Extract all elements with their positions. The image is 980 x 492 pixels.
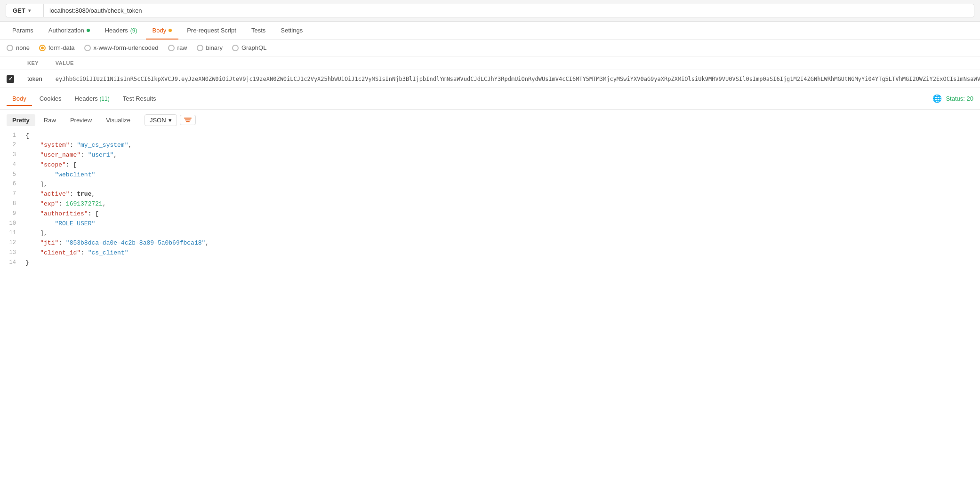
line-num-2: 2 — [0, 141, 24, 150]
tab-headers-label: Headers — [105, 27, 128, 34]
line-num-9: 9 — [0, 209, 24, 218]
col-checkbox — [0, 56, 21, 70]
resp-tab-body-label: Body — [12, 95, 26, 102]
line-content-1: { — [24, 131, 980, 141]
json-format-selector[interactable]: JSON ▾ — [145, 114, 177, 126]
resp-tab-headers-label: Headers — [75, 95, 98, 102]
code-line-11: 11 ], — [0, 229, 980, 238]
globe-icon: 🌐 — [932, 94, 942, 103]
radio-binary[interactable]: binary — [197, 44, 223, 51]
format-preview-label: Preview — [70, 117, 92, 124]
format-visualize-label: Visualize — [106, 117, 130, 124]
filter-line-2 — [185, 119, 191, 120]
tab-body-label: Body — [153, 27, 167, 34]
method-selector[interactable]: GET ▾ — [6, 4, 43, 17]
radio-binary-circle — [197, 45, 203, 51]
tab-pre-request-label: Pre-request Script — [187, 27, 236, 34]
format-tab-pretty[interactable]: Pretty — [7, 114, 35, 126]
code-line-7: 7 "active": true, — [0, 190, 980, 199]
format-pretty-label: Pretty — [12, 117, 30, 124]
format-tab-visualize[interactable]: Visualize — [100, 114, 136, 126]
line-content-9: "authorities": [ — [24, 209, 980, 219]
tab-pre-request[interactable]: Pre-request Script — [180, 22, 243, 40]
line-content-6: ], — [24, 180, 980, 190]
radio-raw-label: raw — [177, 44, 187, 51]
row-checkbox[interactable] — [7, 75, 14, 83]
col-key-header: KEY — [21, 56, 49, 70]
code-line-1: 1 { — [0, 131, 980, 141]
code-line-8: 8 "exp": 1691372721, — [0, 199, 980, 209]
tab-authorization[interactable]: Authorization — [42, 22, 96, 40]
response-tabs: Body Cookies Headers (11) Test Results — [7, 92, 931, 105]
radio-graphql-label: GraphQL — [241, 44, 266, 51]
radio-none-label: none — [16, 44, 30, 51]
col-value-header: VALUE — [49, 56, 980, 70]
radio-raw[interactable]: raw — [168, 44, 187, 51]
resp-tab-cookies-label: Cookies — [40, 95, 62, 102]
code-line-3: 3 "user_name": "user1", — [0, 151, 980, 160]
resp-tab-test-results[interactable]: Test Results — [117, 92, 162, 106]
line-num-10: 10 — [0, 219, 24, 228]
radio-form-data-label: form-data — [48, 44, 75, 51]
radio-graphql[interactable]: GraphQL — [232, 44, 266, 51]
line-content-13: "client_id": "cs_client" — [24, 248, 980, 258]
code-viewer: 1 { 2 "system": "my_cs_system", 3 "user_… — [0, 131, 980, 268]
json-format-label: JSON — [150, 117, 166, 124]
tab-body[interactable]: Body — [146, 22, 179, 40]
authorization-dot — [87, 29, 90, 32]
tab-tests[interactable]: Tests — [245, 22, 272, 40]
token-value-text: eyJhbGciOiJIUzI1NiIsInR5cCI6IkpXVCJ9.eyJ… — [56, 76, 980, 82]
resp-tab-body[interactable]: Body — [7, 92, 32, 106]
radio-form-data-inner — [41, 47, 44, 49]
tab-headers[interactable]: Headers (9) — [98, 22, 144, 40]
radio-form-data[interactable]: form-data — [39, 44, 75, 51]
tab-params[interactable]: Params — [6, 22, 40, 40]
code-line-6: 6 ], — [0, 180, 980, 190]
radio-urlencoded-label: x-www-form-urlencoded — [94, 44, 159, 51]
filter-line-1 — [184, 118, 192, 119]
radio-none[interactable]: none — [7, 44, 30, 51]
line-num-11: 11 — [0, 229, 24, 238]
row-key[interactable]: token — [21, 70, 49, 88]
radio-urlencoded[interactable]: x-www-form-urlencoded — [84, 44, 159, 51]
format-tab-preview[interactable]: Preview — [64, 114, 97, 126]
code-line-12: 12 "jti": "853b8dca-da0e-4c2b-8a89-5a0b6… — [0, 238, 980, 248]
radio-form-data-circle — [39, 45, 46, 51]
code-line-13: 13 "client_id": "cs_client" — [0, 248, 980, 258]
line-num-4: 4 — [0, 160, 24, 169]
resp-tab-cookies[interactable]: Cookies — [34, 92, 67, 106]
format-bar: Pretty Raw Preview Visualize JSON ▾ — [0, 110, 980, 131]
request-tabs: Params Authorization Headers (9) Body Pr… — [0, 22, 980, 40]
filter-icon-button[interactable] — [180, 115, 196, 125]
line-content-11: ], — [24, 229, 980, 238]
tab-authorization-label: Authorization — [48, 27, 84, 34]
tab-settings[interactable]: Settings — [274, 22, 309, 40]
resp-tab-test-results-label: Test Results — [123, 95, 156, 102]
url-bar: GET ▾ — [0, 0, 980, 22]
code-line-14: 14 } — [0, 258, 980, 268]
line-content-7: "active": true, — [24, 190, 980, 199]
code-line-2: 2 "system": "my_cs_system", — [0, 141, 980, 151]
line-num-1: 1 — [0, 131, 24, 140]
line-num-8: 8 — [0, 199, 24, 208]
url-input[interactable] — [43, 4, 974, 17]
resp-tab-headers[interactable]: Headers (11) — [69, 92, 115, 106]
line-content-12: "jti": "853b8dca-da0e-4c2b-8a89-5a0b69fb… — [24, 238, 980, 248]
format-raw-label: Raw — [44, 117, 56, 124]
json-format-chevron: ▾ — [169, 117, 172, 124]
table-row: token eyJhbGciOiJIUzI1NiIsInR5cCI6IkpXVC… — [0, 70, 980, 88]
filter-line-3 — [186, 121, 190, 122]
radio-graphql-circle — [232, 45, 239, 51]
format-tab-raw[interactable]: Raw — [38, 114, 62, 126]
tab-tests-label: Tests — [251, 27, 265, 34]
line-content-2: "system": "my_cs_system", — [24, 141, 980, 151]
method-chevron: ▾ — [28, 8, 31, 13]
line-num-6: 6 — [0, 180, 24, 189]
code-line-5: 5 "webclient" — [0, 170, 980, 180]
line-content-3: "user_name": "user1", — [24, 151, 980, 160]
row-value[interactable]: eyJhbGciOiJIUzI1NiIsInR5cCI6IkpXVCJ9.eyJ… — [49, 70, 980, 88]
response-bar: Body Cookies Headers (11) Test Results 🌐… — [0, 88, 980, 110]
line-content-14: } — [24, 258, 980, 268]
body-type-bar: none form-data x-www-form-urlencoded raw… — [0, 40, 980, 56]
line-num-13: 13 — [0, 248, 24, 257]
